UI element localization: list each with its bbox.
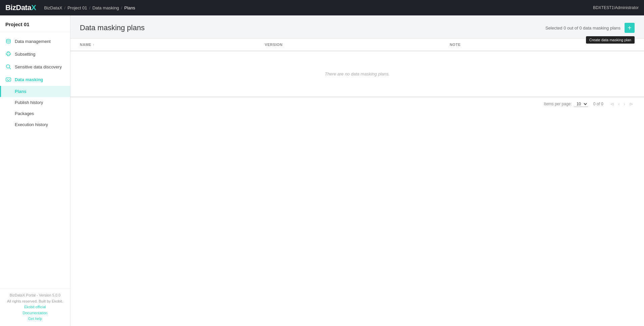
- breadcrumb-sep-1: /: [64, 5, 66, 10]
- sidebar-footer-version: BizDataX Portal - Version 5.0.0: [5, 292, 65, 298]
- sidebar-item-data-masking-label: Data masking: [15, 77, 43, 82]
- table-footer: Items per page: 10 25 50 0 of 0 ⊲ ‹ › ⊳: [70, 97, 644, 111]
- content-inner: Data masking plans Selected 0 out of 0 d…: [70, 15, 644, 326]
- breadcrumb-sep-2: /: [89, 5, 91, 10]
- mask-icon: [5, 76, 11, 83]
- sidebar-subitem-publish-history[interactable]: Publish history: [0, 97, 70, 108]
- column-header-version: VERSION: [265, 43, 449, 47]
- breadcrumb-plans: Plans: [124, 5, 135, 10]
- add-plan-button[interactable]: +: [625, 23, 635, 33]
- sidebar-subitem-packages[interactable]: Packages: [0, 108, 70, 119]
- sidebar-item-sensitive-label: Sensitive data discovery: [15, 64, 62, 69]
- database-icon: [5, 38, 11, 44]
- items-per-page-select[interactable]: 10 25 50: [574, 101, 588, 107]
- breadcrumb-project[interactable]: Project 01: [67, 5, 87, 10]
- sidebar-item-data-masking[interactable]: Data masking: [0, 73, 70, 86]
- items-per-page: Items per page: 10 25 50: [544, 101, 588, 107]
- svg-point-0: [6, 39, 10, 41]
- selected-info: Selected 0 out of 0 data masking plans: [545, 25, 621, 31]
- breadcrumb-sep-3: /: [121, 5, 122, 10]
- breadcrumb-datamasking[interactable]: Data masking: [92, 5, 119, 10]
- page-title: Data masking plans: [80, 23, 145, 32]
- svg-point-5: [9, 79, 10, 80]
- sidebar-item-subsetting-label: Subsetting: [15, 52, 35, 57]
- sidebar-footer-link-help[interactable]: Get help: [5, 316, 65, 322]
- user-info: BDXTEST1\Administrator: [593, 5, 639, 10]
- logo: BizDataX: [5, 3, 36, 12]
- sidebar-footer: BizDataX Portal - Version 5.0.0 All righ…: [0, 288, 70, 326]
- page-header: Data masking plans Selected 0 out of 0 d…: [70, 15, 644, 39]
- content-area: Data masking plans Selected 0 out of 0 d…: [70, 15, 644, 326]
- breadcrumb: BizDataX / Project 01 / Data masking / P…: [44, 5, 593, 10]
- sidebar-footer-link-ekobit[interactable]: Ekobit official: [5, 304, 65, 310]
- sidebar-nav: Data management Subsetting: [0, 32, 70, 288]
- logo-main: BizData: [5, 3, 31, 12]
- sidebar-item-sensitive[interactable]: Sensitive data discovery: [0, 60, 70, 73]
- sort-icon-name[interactable]: ↑: [93, 43, 95, 47]
- sidebar-item-data-management-label: Data management: [15, 39, 51, 44]
- sidebar-item-subsetting[interactable]: Subsetting: [0, 48, 70, 60]
- sidebar-project-title: Project 01: [0, 15, 70, 32]
- logo-accent: X: [31, 3, 36, 12]
- logo-text: BizDataX: [5, 3, 36, 12]
- pagination-first-button[interactable]: ⊲: [609, 101, 615, 107]
- column-header-name: NAME ↑: [80, 43, 265, 47]
- search-icon: [5, 64, 11, 70]
- page-count: 0 of 0: [593, 102, 603, 106]
- sidebar-footer-rights: All rights reserved. Built by Ekobit.: [5, 298, 65, 305]
- main-layout: Project 01 Data management: [0, 15, 644, 326]
- data-masking-plans-table: NAME ↑ VERSION NOTE There are no data ma…: [70, 39, 644, 111]
- pagination-last-button[interactable]: ⊳: [628, 101, 635, 107]
- topnav: BizDataX BizDataX / Project 01 / Data ma…: [0, 0, 644, 15]
- pagination-prev-button[interactable]: ‹: [617, 101, 621, 107]
- items-per-page-label: Items per page:: [544, 102, 572, 106]
- page-header-right: Selected 0 out of 0 data masking plans +…: [545, 23, 635, 33]
- sidebar-subitem-execution-history[interactable]: Execution history: [0, 119, 70, 130]
- table-empty-message: There are no data masking plans.: [70, 51, 644, 97]
- svg-line-2: [9, 68, 11, 69]
- add-plan-tooltip: Create data masking plan: [586, 36, 635, 44]
- sidebar: Project 01 Data management: [0, 15, 70, 326]
- sidebar-item-data-management[interactable]: Data management: [0, 35, 70, 48]
- puzzle-icon: [5, 51, 11, 57]
- pagination-next-button[interactable]: ›: [622, 101, 627, 107]
- sidebar-subitem-plans[interactable]: Plans: [0, 86, 70, 97]
- table-header: NAME ↑ VERSION NOTE: [70, 39, 644, 51]
- pagination-buttons: ⊲ ‹ › ⊳: [609, 101, 635, 107]
- svg-point-4: [7, 79, 8, 80]
- sidebar-footer-link-docs[interactable]: Documentation: [5, 310, 65, 316]
- breadcrumb-bizdatax[interactable]: BizDataX: [44, 5, 62, 10]
